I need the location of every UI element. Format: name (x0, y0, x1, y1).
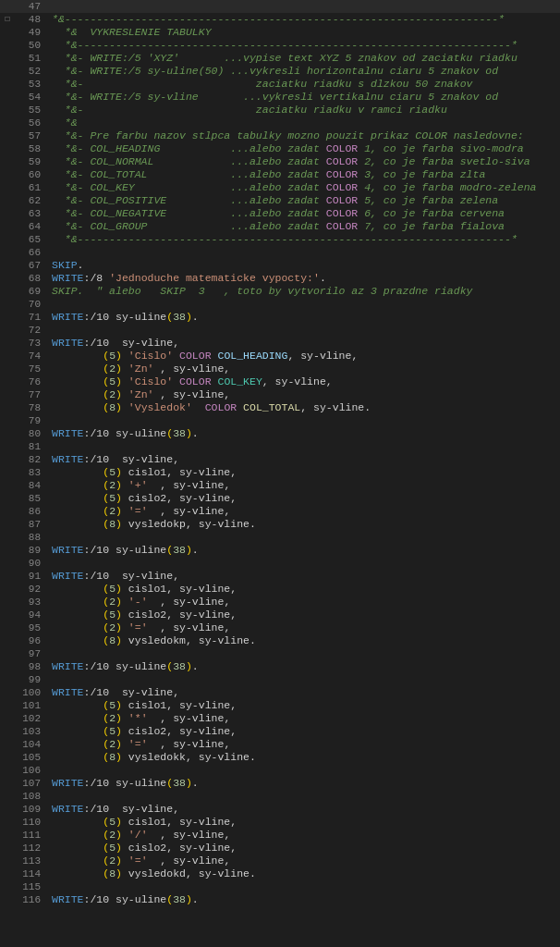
linenum-81: 81 (15, 440, 48, 453)
line-65: 65 *&-----------------------------------… (0, 233, 560, 246)
linecontent-95: (2) '=' , sy-vline, (48, 621, 560, 634)
linecontent-54: *&- WRITE:/5 sy-vline ...vykresli vertik… (48, 91, 560, 104)
line-109: 109 WRITE:/10 sy-vline, (0, 803, 560, 816)
linenum-59: 59 (15, 155, 48, 168)
line-87: 87 (8) vysledokp, sy-vline. (0, 518, 560, 531)
line-88: 88 (0, 531, 560, 544)
line-51: 51 *&- WRITE:/5 'XYZ' ...vypise text XYZ… (0, 52, 560, 65)
line-80: 80 WRITE:/10 sy-uline(38). (0, 427, 560, 440)
line-69: 69 SKIP. " alebo SKIP 3 , toto by vytvor… (0, 285, 560, 298)
linenum-98: 98 (15, 660, 48, 673)
linecontent-60: *&- COL_TOTAL ...alebo zadat COLOR 3, co… (48, 168, 560, 181)
line-54: 54 *&- WRITE:/5 sy-vline ...vykresli ver… (0, 91, 560, 104)
linecontent-107: WRITE:/10 sy-uline(38). (48, 777, 560, 790)
linecontent-50: *&--------------------------------------… (48, 39, 560, 52)
line-82: 82 WRITE:/10 sy-vline, (0, 453, 560, 466)
linenum-114: 114 (15, 867, 48, 880)
line-68: 68 WRITE:/8 'Jednoduche matematicke vypo… (0, 272, 560, 285)
line-95: 95 (2) '=' , sy-vline, (0, 621, 560, 634)
linecontent-96: (8) vysledokm, sy-vline. (48, 634, 560, 647)
linecontent-82: WRITE:/10 sy-vline, (48, 453, 560, 466)
linenum-96: 96 (15, 634, 48, 647)
linenum-76: 76 (15, 375, 48, 388)
linenum-115: 115 (15, 880, 48, 893)
linenum-103: 103 (15, 725, 48, 738)
linenum-62: 62 (15, 194, 48, 207)
linenum-53: 53 (15, 78, 48, 91)
linecontent-83: (5) cislo1, sy-vline, (48, 466, 560, 479)
line-92: 92 (5) cislo1, sy-vline, (0, 583, 560, 596)
linecontent-48: *&--------------------------------------… (48, 13, 560, 26)
line-81: 81 (0, 440, 560, 453)
linecontent-76: (5) 'Cislo' COLOR COL_KEY, sy-vline, (48, 375, 560, 388)
line-86: 86 (2) '=' , sy-vline, (0, 505, 560, 518)
line-112: 112 (5) cislo2, sy-vline, (0, 842, 560, 855)
linecontent-100: WRITE:/10 sy-vline, (48, 686, 560, 699)
line-110: 110 (5) cislo1, sy-vline, (0, 816, 560, 829)
line-106: 106 (0, 764, 560, 777)
linenum-112: 112 (15, 842, 48, 855)
linenum-111: 111 (15, 829, 48, 842)
linenum-93: 93 (15, 596, 48, 609)
linecontent-103: (5) cislo2, sy-vline, (48, 725, 560, 738)
linenum-86: 86 (15, 505, 48, 518)
line-78: 78 (8) 'Vysledok' COLOR COL_TOTAL, sy-vl… (0, 401, 560, 414)
gutter-48: ☐ (0, 13, 15, 26)
linenum-110: 110 (15, 816, 48, 829)
linenum-65: 65 (15, 233, 48, 246)
line-108: 108 (0, 790, 560, 803)
linecontent-78: (8) 'Vysledok' COLOR COL_TOTAL, sy-vline… (48, 401, 560, 414)
linenum-50: 50 (15, 39, 48, 52)
line-53: 53 *&- zaciatku riadku s dlzkou 50 znako… (0, 78, 560, 91)
linecontent-110: (5) cislo1, sy-vline, (48, 816, 560, 829)
line-73: 73 WRITE:/10 sy-vline, (0, 337, 560, 350)
linecontent-86: (2) '=' , sy-vline, (48, 505, 560, 518)
line-104: 104 (2) '=' , sy-vline, (0, 738, 560, 751)
line-67: 67 SKIP. (0, 259, 560, 272)
line-48: ☐ 48 *&---------------------------------… (0, 13, 560, 26)
linecontent-69: SKIP. " alebo SKIP 3 , toto by vytvorilo… (48, 285, 560, 298)
line-84: 84 (2) '+' , sy-vline, (0, 479, 560, 492)
linecontent-102: (2) '*' , sy-vline, (48, 712, 560, 725)
line-113: 113 (2) '=' , sy-vline, (0, 855, 560, 867)
linenum-66: 66 (15, 246, 48, 259)
linecontent-71: WRITE:/10 sy-uline(38). (48, 311, 560, 324)
line-111: 111 (2) '/' , sy-vline, (0, 829, 560, 842)
linenum-94: 94 (15, 609, 48, 621)
line-64: 64 *&- COL_GROUP ...alebo zadat COLOR 7,… (0, 220, 560, 233)
line-62: 62 *&- COL_POSITIVE ...alebo zadat COLOR… (0, 194, 560, 207)
linecontent-57: *&- Pre farbu nazov stlpca tabulky mozno… (48, 129, 560, 142)
linenum-106: 106 (15, 764, 48, 777)
linenum-82: 82 (15, 453, 48, 466)
linenum-97: 97 (15, 647, 48, 660)
linenum-49: 49 (15, 26, 48, 39)
line-59: 59 *&- COL_NORMAL ...alebo zadat COLOR 2… (0, 155, 560, 168)
linecontent-61: *&- COL_KEY ...alebo zadat COLOR 4, co j… (48, 181, 560, 194)
linecontent-73: WRITE:/10 sy-vline, (48, 337, 560, 350)
linenum-72: 72 (15, 324, 48, 337)
line-100: 100 WRITE:/10 sy-vline, (0, 686, 560, 699)
linenum-58: 58 (15, 142, 48, 155)
linenum-64: 64 (15, 220, 48, 233)
linecontent-85: (5) cislo2, sy-vline, (48, 492, 560, 505)
linenum-109: 109 (15, 803, 48, 816)
line-66: 66 (0, 246, 560, 259)
linenum-92: 92 (15, 583, 48, 596)
line-103: 103 (5) cislo2, sy-vline, (0, 725, 560, 738)
line-75: 75 (2) 'Zn' , sy-vline, (0, 363, 560, 375)
linenum-80: 80 (15, 427, 48, 440)
line-114: 114 (8) vysledokd, sy-vline. (0, 867, 560, 880)
linecontent-58: *&- COL_HEADING ...alebo zadat COLOR 1, … (48, 142, 560, 155)
line-50: 50 *&-----------------------------------… (0, 39, 560, 52)
linenum-105: 105 (15, 751, 48, 764)
linenum-48: 48 (15, 13, 48, 26)
linecontent-52: *&- WRITE:/5 sy-uline(50) ...vykresli ho… (48, 65, 560, 78)
line-94: 94 (5) cislo2, sy-vline, (0, 609, 560, 621)
linecontent-53: *&- zaciatku riadku s dlzkou 50 znakov (48, 78, 560, 91)
linecontent-77: (2) 'Zn' , sy-vline, (48, 388, 560, 401)
linenum-100: 100 (15, 686, 48, 699)
linenum-52: 52 (15, 65, 48, 78)
line-49: 49 *& VYKRESLENIE TABULKY (0, 26, 560, 39)
linecontent-89: WRITE:/10 sy-uline(38). (48, 544, 560, 557)
line-77: 77 (2) 'Zn' , sy-vline, (0, 388, 560, 401)
